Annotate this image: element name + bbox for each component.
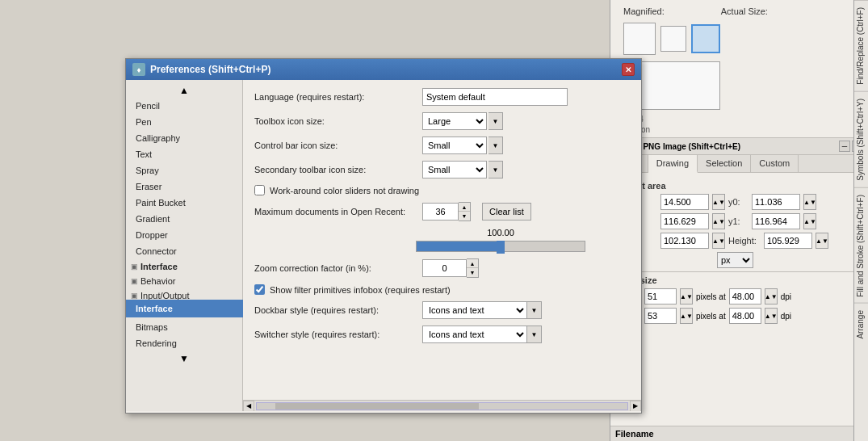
max-docs-spinners: ▲ ▼ — [459, 202, 471, 221]
zoom-slider-track[interactable] — [416, 241, 585, 252]
workaround-checkbox[interactable] — [254, 185, 265, 195]
sidebar-item-pencil[interactable]: Pencil — [126, 98, 242, 114]
vtab-find-replace[interactable]: Find/Replace (Ctrl+F) — [854, 0, 868, 91]
sidebar-item-bitmaps[interactable]: Bitmaps — [126, 319, 242, 335]
toolbox-icon-dropdown-arrow[interactable]: ▼ — [489, 112, 503, 130]
vtab-symbols[interactable]: Symbols (Shift+Ctrl+Y) — [854, 91, 868, 187]
tab-selection[interactable]: Selection — [698, 155, 751, 172]
sidebar-group-input-output[interactable]: ▣ Input/Output — [126, 288, 242, 303]
scroll-left-btn[interactable]: ◀ — [243, 401, 254, 412]
sidebar-item-eraser[interactable]: Eraser — [126, 178, 242, 195]
max-docs-down[interactable]: ▼ — [459, 212, 470, 220]
switcher-style-dropdown-arrow[interactable]: ▼ — [527, 326, 542, 343]
x0-row: x0: ▲▼ y0: ▲▼ — [617, 194, 862, 210]
y0-input[interactable] — [752, 194, 800, 210]
sidebar-item-paint-bucket[interactable]: Paint Bucket — [126, 195, 242, 211]
horizontal-scrollbar[interactable]: ◀ ▶ — [243, 400, 641, 411]
workaround-row: Work-around color sliders not drawing — [254, 185, 630, 195]
language-control — [422, 88, 568, 106]
sidebar-item-rendering[interactable]: Rendering — [126, 335, 242, 351]
width2-spinner[interactable]: ▲▼ — [680, 288, 693, 304]
x0-spinner[interactable]: ▲▼ — [712, 194, 725, 210]
vtab-fill-stroke[interactable]: Fill and Stroke (Shift+Ctrl+F) — [854, 187, 868, 304]
width-spinner[interactable]: ▲▼ — [712, 233, 725, 249]
height2-input[interactable] — [644, 308, 677, 324]
zoom-slider-thumb[interactable] — [497, 241, 505, 254]
width2-input[interactable] — [644, 288, 677, 304]
control-bar-select[interactable]: Small — [422, 136, 487, 154]
filter-infobox-checkbox[interactable] — [254, 284, 265, 295]
control-bar-dropdown-arrow[interactable]: ▼ — [489, 136, 503, 154]
sidebar-group-interface[interactable]: ▣ Interface — [126, 259, 242, 274]
sidebar-scroll-down[interactable]: ▼ — [126, 351, 242, 366]
height-spinner[interactable]: ▲▼ — [816, 233, 828, 249]
workaround-label: Work-around color sliders not drawing — [270, 186, 419, 195]
zoom-input[interactable] — [422, 259, 467, 277]
dockbar-style-select[interactable]: Icons and text — [422, 301, 527, 319]
sidebar-item-spray[interactable]: Spray — [126, 162, 242, 178]
dpi2-input[interactable] — [729, 308, 761, 324]
dpi2-spinner[interactable]: ▲▼ — [765, 308, 778, 324]
preview-header-row: Magnified: Actual Size: — [617, 3, 862, 19]
tab-drawing[interactable]: Drawing — [648, 155, 698, 173]
x1-input[interactable] — [660, 213, 709, 229]
width-input[interactable] — [660, 233, 709, 249]
secondary-toolbar-dropdown-arrow[interactable]: ▼ — [489, 161, 503, 178]
height2-spinner[interactable]: ▲▼ — [680, 308, 693, 324]
units-select[interactable]: px — [717, 252, 753, 268]
divider-1 — [617, 271, 862, 272]
sidebar-item-calligraphy[interactable]: Calligraphy — [126, 130, 242, 146]
filename-label: Filename — [615, 429, 654, 439]
zoom-up[interactable]: ▲ — [467, 259, 478, 268]
scrollbar-track[interactable] — [256, 402, 628, 410]
filename-bar: Filename — [610, 426, 868, 441]
actual-size-preview-small — [660, 26, 686, 52]
sidebar-item-text[interactable]: Text — [126, 146, 242, 162]
y1-spinner[interactable]: ▲▼ — [803, 213, 816, 229]
dockbar-style-dropdown-arrow[interactable]: ▼ — [527, 301, 542, 319]
tab-custom[interactable]: Custom — [751, 155, 799, 172]
behavior-expand-icon: ▣ — [131, 277, 138, 285]
sidebar-item-input-output[interactable]: Input/Output — [140, 291, 190, 300]
dpi1-unit: dpi — [781, 292, 791, 301]
scroll-right-btn[interactable]: ▶ — [630, 401, 641, 412]
dpi1-input[interactable] — [729, 288, 761, 304]
language-input[interactable] — [422, 88, 568, 106]
zoom-slider-container[interactable] — [416, 239, 585, 254]
sidebar-item-dropper[interactable]: Dropper — [126, 227, 242, 243]
x0-input[interactable] — [660, 194, 709, 210]
secondary-toolbar-select[interactable]: Small — [422, 161, 487, 178]
sidebar-item-behavior[interactable]: Behavior — [140, 276, 175, 286]
export-minimize-btn[interactable]: ─ — [839, 141, 850, 152]
units-row: Units: px — [617, 252, 862, 268]
max-docs-up[interactable]: ▲ — [459, 203, 470, 212]
zoom-slider-fill — [417, 242, 501, 251]
sidebar-item-interface[interactable]: Interface — [140, 262, 178, 271]
sidebar-group-behavior[interactable]: ▣ Behavior — [126, 274, 242, 288]
switcher-style-select[interactable]: Icons and text — [422, 326, 527, 343]
export-area-title: Export area — [617, 181, 862, 191]
sidebar-scroll-up[interactable]: ▲ — [126, 83, 242, 98]
sidebar-item-connector[interactable]: Connector — [126, 243, 242, 259]
toolbox-icon-select[interactable]: Large — [422, 112, 487, 130]
control-bar-row: Control bar icon size: Small ▼ — [254, 136, 630, 154]
zoom-down[interactable]: ▼ — [467, 268, 478, 277]
sidebar-item-gradient[interactable]: Gradient — [126, 211, 242, 227]
max-docs-control: ▲ ▼ — [422, 202, 471, 221]
switcher-style-label: Switcher style (requires restart): — [254, 330, 416, 339]
height-input[interactable] — [764, 233, 812, 249]
dialog-close-btn[interactable]: ✕ — [622, 63, 635, 76]
sidebar-item-system[interactable]: System — [126, 303, 242, 319]
dialog-body: ▲ Pencil Pen Calligraphy Text Spray Eras… — [126, 80, 641, 411]
dpi1-spinner[interactable]: ▲▼ — [765, 288, 778, 304]
clear-list-btn[interactable]: Clear list — [482, 203, 531, 220]
preview-boxes — [617, 19, 862, 58]
vtab-arrange[interactable]: Arrange — [854, 303, 868, 346]
max-docs-input[interactable] — [422, 203, 459, 220]
y1-input[interactable] — [752, 213, 800, 229]
preview-area: Magnified: Actual Size: 24 x 24 Selectio… — [610, 0, 868, 138]
export-content: Export area x0: ▲▼ y0: ▲▼ x1: ▲▼ y1: ▲▼ … — [610, 173, 868, 332]
x1-spinner[interactable]: ▲▼ — [712, 213, 725, 229]
y0-spinner[interactable]: ▲▼ — [803, 194, 816, 210]
sidebar-item-pen[interactable]: Pen — [126, 114, 242, 130]
